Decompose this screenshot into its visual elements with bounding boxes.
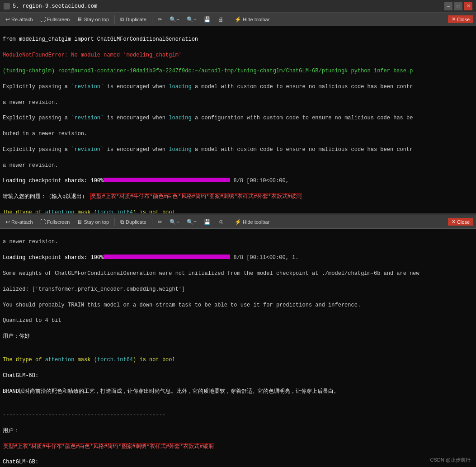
window-controls: − □ ✕ [444,2,472,10]
toolbar-separator-4 [114,218,115,226]
fullscreen-icon-2: ⛶ [40,219,46,225]
output-line-b: The dtype of attention mask (torch.int64… [3,356,473,364]
toolbar-separator-6 [229,218,229,226]
zoom-in-button-2[interactable]: 🔍+ [184,218,199,226]
output-line: Explicitly passing a `revision` is encou… [3,83,473,91]
fullscreen-button[interactable]: ⛶ Fullscreen [38,15,73,24]
duplicate-icon: ⧉ [120,16,124,23]
print-icon: 🖨 [218,16,223,23]
toolbar-separator-1 [114,15,115,24]
stayontop-icon-2: 🖥 [77,219,82,225]
hide-toolbar-button[interactable]: ⚡ Hide toolbar [232,15,272,24]
terminal-icon [4,3,10,9]
zoom-out-button[interactable]: 🔍− [167,15,182,24]
close-panel-button-bottom[interactable]: ✕ Close [448,218,473,226]
output-line-b: 类型#上衣*材质#牛仔布*颜色#白色*风格#简约*图案#刺绣*衣样式#外套*衣款… [3,443,473,451]
output-line: Loading checkpoint shards: 100% 8/8 [00:… [3,177,473,185]
output-line-b: ----------------------------------------… [3,411,473,419]
save-button-2[interactable]: 💾 [201,218,213,226]
terminal-output-bottom[interactable]: a newer revision. Loading checkpoint sha… [0,229,476,467]
terminal-panel-top: from modeling_chatglm import ChatGLMForC… [0,26,476,213]
zoom-in-icon: 🔍+ [187,16,197,23]
close-x-icon-2: ✕ [452,219,456,225]
toolbar-separator-5 [152,218,152,226]
stayontop-icon: 🖥 [77,16,82,23]
zoom-in-button[interactable]: 🔍+ [184,15,199,24]
output-line-b: a newer revision. [3,238,473,246]
output-line-b: ChatGLM-6B: [3,458,473,466]
fullscreen-button-2[interactable]: ⛶ Fullscreen [38,218,73,226]
output-line: Explicitly passing a `revision` is encou… [3,114,473,122]
output-line: from modeling_chatglm import ChatGLMForC… [3,36,473,43]
toolbar-bottom: ↩ Re-attach ⛶ Fullscreen 🖥 Stay on top ⧉… [0,215,476,229]
stayontop-button[interactable]: 🖥 Stay on top [74,15,112,24]
print-button-2[interactable]: 🖨 [215,218,226,226]
close-window-button[interactable]: ✕ [464,2,472,10]
output-line: a newer revision. [3,99,473,107]
output-line-b: Loading checkpoint shards: 100% 8/8 [00:… [3,254,473,262]
output-line-b: 用户：你好 [3,333,473,340]
output-line: a newer revision. [3,162,473,170]
window-title: 5. region-9.seetacloud.com [13,3,97,9]
save-button[interactable]: 💾 [201,15,213,24]
title-bar: 5. region-9.seetacloud.com − □ ✕ [0,0,476,13]
output-line-b: ialized: ['transformer.prefix_encoder.em… [3,286,473,293]
output-line-b: 用户： [3,427,473,435]
output-line-b: Some weights of ChatGLMForConditionalGen… [3,270,473,278]
save-icon: 💾 [204,16,211,23]
output-line-b: ChatGLM-6B: [3,372,473,380]
maximize-button[interactable]: □ [454,2,462,10]
toolbar-top: ↩ Re-attach ⛶ Fullscreen 🖥 Stay on top ⧉… [0,13,476,26]
close-x-icon: ✕ [452,16,456,22]
zoom-in-icon-2: 🔍+ [187,219,197,225]
terminal-output-top[interactable]: from modeling_chatglm import ChatGLMForC… [0,26,476,213]
lightning-icon: ⚡ [235,16,241,23]
output-line: 请输入您的问题：（输入q以退出） 类型#上衣*材质#牛仔布*颜色#白色*风格#简… [3,193,473,201]
zoom-out-icon-2: 🔍− [170,219,179,225]
reattach-icon-2: ↩ [5,219,10,225]
reattach-button-2[interactable]: ↩ Re-attach [3,218,36,226]
lightning-icon-2: ⚡ [235,219,241,225]
output-line: ModuleNotFoundError: No module named 'mo… [3,52,473,59]
fullscreen-icon: ⛶ [40,16,46,23]
print-button[interactable]: 🖨 [215,15,226,24]
save-icon-2: 💾 [204,219,211,225]
stayontop-button-2[interactable]: 🖥 Stay on top [74,218,112,226]
window-container: 5. region-9.seetacloud.com − □ ✕ ↩ Re-at… [0,0,476,467]
close-panel-button-top[interactable]: ✕ Close [448,15,473,23]
output-line: The dtype of attention mask (torch.int64… [3,209,473,213]
output-line-b: BRAND以时尚前沿的配色和精致的工艺，打造而成，让你穿出时尚气息。此外，它的质… [3,388,473,396]
progress-bar-1 [104,178,230,182]
reattach-icon: ↩ [5,16,10,23]
toolbar-separator-2 [152,15,152,24]
toolbar-separator-3 [229,15,229,24]
watermark: CSDN @止步前行 [430,457,471,463]
output-line-b: Quantized to 4 bit [3,317,473,325]
minimize-button[interactable]: − [444,2,452,10]
zoom-out-button-2[interactable]: 🔍− [167,218,182,226]
hide-toolbar-button-2[interactable]: ⚡ Hide toolbar [232,218,272,226]
progress-bar-2 [104,255,230,259]
zoom-out-icon: 🔍− [170,16,179,23]
duplicate-button-2[interactable]: ⧉ Duplicate [118,218,149,226]
output-line: buted in a newer revision. [3,130,473,138]
output-line: Explicitly passing a `revision` is encou… [3,146,473,154]
output-line: (tuning-chatglm) root@autodl-container-1… [3,67,473,75]
output-line-b: You should probably TRAIN this model on … [3,302,473,309]
edit-icon: ✏ [158,16,162,23]
reattach-button[interactable]: ↩ Re-attach [3,15,36,24]
edit-button[interactable]: ✏ [155,15,165,24]
edit-button-2[interactable]: ✏ [155,218,165,226]
terminal-panel-bottom: a newer revision. Loading checkpoint sha… [0,229,476,467]
edit-icon-2: ✏ [158,219,162,225]
print-icon-2: 🖨 [218,219,223,225]
panel-container: ↩ Re-attach ⛶ Fullscreen 🖥 Stay on top ⧉… [0,13,476,467]
duplicate-icon-2: ⧉ [120,219,124,225]
duplicate-button[interactable]: ⧉ Duplicate [118,15,149,24]
title-bar-left: 5. region-9.seetacloud.com [4,3,97,9]
